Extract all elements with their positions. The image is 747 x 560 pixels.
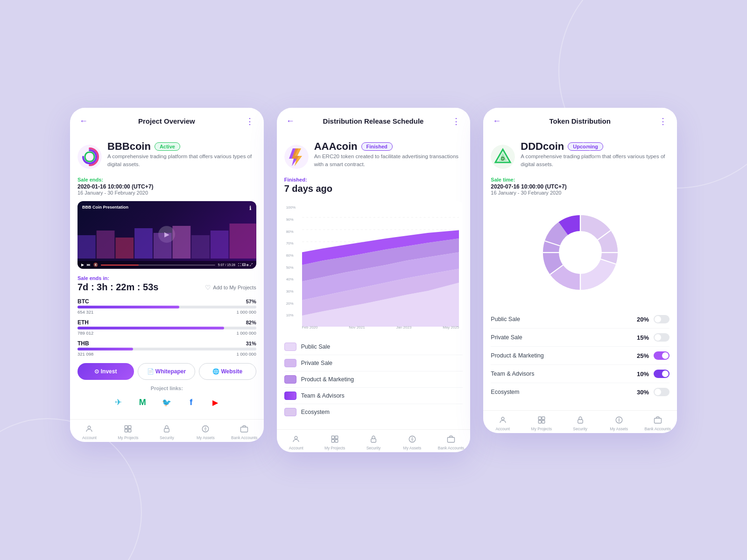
y-label: 60%: [286, 253, 296, 258]
back-button[interactable]: ←: [286, 116, 295, 126]
nav-bank-accounts[interactable]: Bank Accounts: [638, 414, 677, 431]
coin-name: BBBcoin: [107, 140, 151, 153]
header-title: Project Overview: [138, 117, 195, 125]
nav-bank-accounts[interactable]: Bank Accounts: [225, 423, 264, 440]
product-marketing-toggle[interactable]: [654, 351, 669, 360]
y-label: 10%: [286, 313, 296, 317]
coin-name-badge: BBBcoin Active: [107, 140, 256, 153]
nav-my-projects[interactable]: My Projects: [522, 414, 561, 431]
phone-distribution-schedule: ← Distribution Release Schedule ⋮ AAAcoi…: [277, 108, 471, 453]
svg-text:D: D: [501, 156, 505, 161]
nav-security[interactable]: Security: [354, 434, 393, 450]
x-label: Nov 2021: [349, 325, 365, 329]
legend-label: Private Sale: [301, 360, 332, 366]
menu-button[interactable]: ⋮: [659, 116, 668, 126]
back-button[interactable]: ←: [79, 116, 88, 126]
legend-product-marketing: Product & Marketing: [284, 371, 463, 388]
legend-private-sale: Private Sale: [284, 355, 463, 371]
video-info-button[interactable]: ℹ: [249, 205, 252, 211]
bottom-nav: Account My Projects Security My Assets: [277, 429, 471, 452]
my-projects-icon: [536, 414, 547, 426]
nav-security-label: Security: [573, 427, 587, 431]
btc-progress: BTC 57% 654 321 1 000 000: [78, 298, 256, 315]
chart-legend: Public Sale Private Sale Product & Marke…: [284, 339, 463, 420]
countdown-value: 7d : 3h : 22m : 53s: [78, 282, 158, 293]
nav-account[interactable]: Account: [70, 423, 109, 440]
legend-color: [284, 375, 296, 384]
token-dist-pct: 20%: [637, 316, 649, 323]
toggle-knob: [655, 389, 661, 395]
team-advisors-toggle[interactable]: [654, 370, 669, 378]
btc-current: 654 321: [78, 309, 93, 315]
video-thumbnail[interactable]: BBB Coin Presentation ℹ ▶ ▶ ⏭: [78, 201, 256, 269]
legend-color: [284, 359, 296, 367]
y-label: 100%: [286, 205, 296, 210]
nav-my-assets-label: My Assets: [197, 435, 215, 440]
token-dist-private-sale: Private Sale 15%: [491, 329, 669, 347]
svg-rect-2: [97, 231, 115, 259]
youtube-icon[interactable]: ▶: [208, 395, 223, 410]
y-label: 20%: [286, 301, 296, 306]
nav-bank-accounts-label: Bank Accounts: [438, 446, 464, 450]
back-button[interactable]: ←: [493, 116, 501, 126]
eth-pct: 82%: [246, 320, 256, 325]
legend-public-sale: Public Sale: [284, 339, 463, 355]
nav-security[interactable]: Security: [561, 414, 599, 431]
facebook-icon[interactable]: f: [183, 395, 198, 410]
heart-icon: ♡: [205, 284, 211, 291]
bank-accounts-icon: [445, 434, 457, 445]
security-icon: [575, 414, 586, 426]
private-sale-toggle[interactable]: [654, 333, 669, 342]
nav-my-projects[interactable]: My Projects: [316, 434, 354, 450]
legend-color: [284, 392, 296, 400]
sale-label: Sale time:: [491, 177, 669, 182]
donut-chart: [538, 210, 622, 294]
legend-ecosystem: Ecosystem: [284, 404, 463, 420]
legend-label: Product & Marketing: [301, 376, 354, 383]
invest-button[interactable]: ⊙ Invest: [78, 363, 134, 380]
account-icon: [497, 414, 508, 426]
menu-button[interactable]: ⋮: [246, 116, 254, 126]
svg-rect-8: [211, 231, 229, 259]
svg-rect-5: [154, 233, 172, 259]
svg-rect-12: [128, 426, 131, 429]
token-dist-label: Private Sale: [491, 334, 637, 341]
nav-account[interactable]: Account: [483, 414, 522, 431]
nav-my-assets[interactable]: My Assets: [599, 414, 638, 431]
website-button[interactable]: 🌐 Website: [199, 363, 256, 380]
telegram-icon[interactable]: ✈: [111, 395, 126, 410]
nav-my-projects[interactable]: My Projects: [109, 423, 148, 440]
nav-my-assets[interactable]: My Assets: [186, 423, 225, 440]
menu-button[interactable]: ⋮: [452, 116, 461, 126]
medium-icon[interactable]: M: [135, 395, 150, 410]
add-to-projects-button[interactable]: ♡ Add to My Projects: [205, 284, 256, 291]
public-sale-toggle[interactable]: [654, 315, 669, 323]
nav-security[interactable]: Security: [148, 423, 186, 440]
svg-rect-13: [125, 429, 128, 432]
coin-info-row: BBBcoin Active A comprehensive trading p…: [78, 140, 256, 174]
svg-rect-3: [115, 238, 134, 259]
coin-info-row: D DDDcoin Upcoming A comprehensive tradi…: [491, 140, 669, 174]
coin-description: A comprehensive trading platform that of…: [107, 153, 256, 169]
phone-project-overview: ← Project Overview ⋮ BBBcoin Active: [70, 108, 264, 442]
nav-my-projects-label: My Projects: [531, 427, 552, 431]
svg-rect-62: [542, 417, 545, 420]
nav-bank-accounts[interactable]: Bank Accounts: [431, 434, 470, 450]
legend-label: Ecosystem: [301, 409, 330, 415]
coin-logo: [284, 145, 309, 169]
sale-date: 2020-01-16 10:00:00 (UTC+7): [78, 183, 256, 190]
bank-accounts-icon: [239, 423, 250, 434]
nav-my-assets[interactable]: My Assets: [393, 434, 431, 450]
svg-rect-40: [371, 439, 376, 443]
coin-name: AAAcoin: [314, 140, 358, 153]
coin-name: DDDcoin: [521, 140, 564, 153]
x-label: Feb 2020: [302, 325, 318, 329]
chart-svg: [302, 205, 459, 327]
ecosystem-toggle[interactable]: [654, 388, 669, 396]
twitter-icon[interactable]: 🐦: [159, 395, 174, 410]
svg-rect-7: [191, 235, 210, 259]
btc-total: 1 000 000: [236, 309, 256, 315]
nav-account[interactable]: Account: [277, 434, 316, 450]
whitepaper-button[interactable]: 📄 Whitepaper: [138, 363, 195, 380]
video-progress-bar[interactable]: [101, 265, 215, 266]
